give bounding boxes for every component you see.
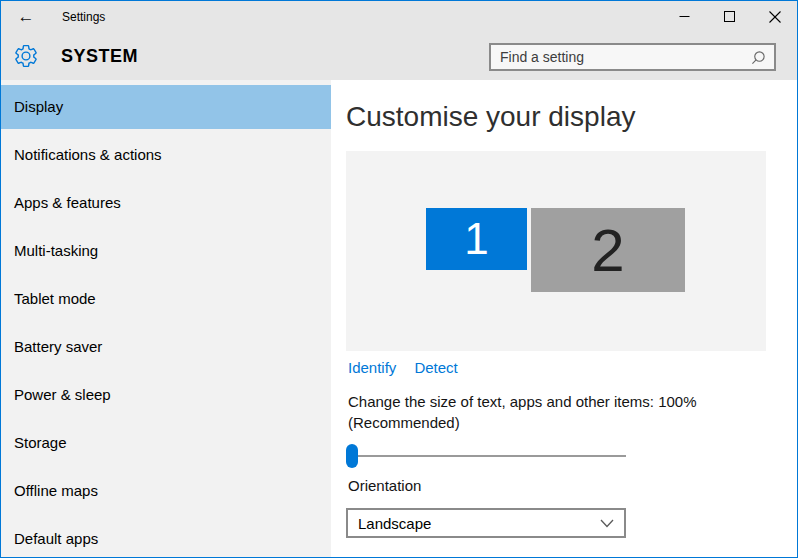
orientation-dropdown[interactable]: Landscape [346, 508, 626, 538]
identify-link[interactable]: Identify [348, 359, 396, 376]
page-title: SYSTEM [61, 32, 138, 80]
monitor-1[interactable]: 1 [426, 208, 527, 270]
scaling-label-line2: (Recommended) [348, 412, 718, 433]
maximize-icon [724, 11, 735, 22]
close-icon [769, 11, 781, 23]
display-preview-panel: 1 2 [346, 151, 766, 351]
chevron-down-icon [600, 519, 614, 528]
header: SYSTEM [1, 32, 797, 80]
sidebar-item-multi-tasking[interactable]: Multi-tasking [1, 229, 331, 273]
search-box [489, 43, 776, 71]
search-input[interactable] [491, 49, 751, 65]
close-button[interactable] [752, 1, 797, 32]
window-title: Settings [62, 1, 105, 33]
sidebar-item-notifications-actions[interactable]: Notifications & actions [1, 133, 331, 177]
back-arrow-icon: ← [18, 7, 35, 26]
window-controls [662, 1, 797, 32]
sidebar-item-battery-saver[interactable]: Battery saver [1, 325, 331, 369]
gear-icon [13, 43, 39, 69]
main-content: Customise your display 1 2 Identify Dete… [331, 80, 797, 557]
settings-window: ← Settings SYSTEM Display [0, 0, 798, 558]
sidebar-item-storage[interactable]: Storage [1, 421, 331, 465]
detect-link[interactable]: Detect [414, 359, 457, 376]
search-icon[interactable] [751, 50, 766, 65]
slider-track[interactable] [348, 455, 626, 457]
sidebar-item-apps-features[interactable]: Apps & features [1, 181, 331, 225]
scaling-label-line1: Change the size of text, apps and other … [348, 391, 718, 412]
monitor-2[interactable]: 2 [531, 208, 685, 292]
orientation-label: Orientation [348, 477, 421, 494]
maximize-button[interactable] [707, 1, 752, 32]
titlebar: ← Settings [1, 1, 797, 32]
sidebar-item-power-sleep[interactable]: Power & sleep [1, 373, 331, 417]
slider-thumb[interactable] [346, 444, 358, 468]
sidebar-item-display[interactable]: Display [1, 85, 331, 129]
minimize-button[interactable] [662, 1, 707, 32]
scaling-slider[interactable] [348, 444, 626, 468]
sidebar-item-tablet-mode[interactable]: Tablet mode [1, 277, 331, 321]
orientation-value: Landscape [358, 515, 431, 532]
minimize-icon [679, 11, 690, 22]
scaling-label: Change the size of text, apps and other … [348, 391, 718, 433]
sidebar-item-default-apps[interactable]: Default apps [1, 517, 331, 558]
sidebar-item-offline-maps[interactable]: Offline maps [1, 469, 331, 513]
display-links: Identify Detect [348, 359, 458, 376]
section-heading: Customise your display [346, 101, 635, 133]
sidebar: Display Notifications & actions Apps & f… [1, 80, 331, 557]
back-button[interactable]: ← [9, 1, 43, 32]
